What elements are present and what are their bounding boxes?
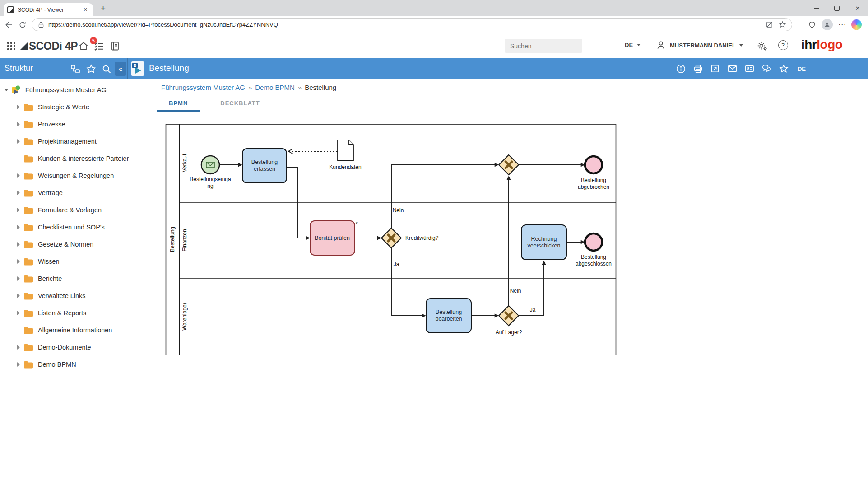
svg-text:bearbeiten: bearbeiten [435, 316, 462, 322]
tree-view-icon[interactable] [70, 64, 81, 75]
tree-root-label: Führungssystem Muster AG [25, 86, 107, 93]
expand-arrow-icon[interactable] [17, 105, 20, 109]
browser-right-icons: ⋯ [808, 19, 862, 30]
browser-essentials-icon[interactable] [808, 21, 816, 29]
tree-item[interactable]: Berichte [0, 270, 128, 287]
copilot-icon[interactable] [851, 19, 862, 30]
breadcrumb-separator: » [298, 84, 302, 91]
edge-label-ja: Ja [394, 261, 399, 267]
browser-tab[interactable]: SCODi 4P - Viewer ✕ [4, 3, 93, 16]
collapse-arrow-icon[interactable] [4, 89, 9, 91]
tab-close-icon[interactable]: ✕ [82, 6, 89, 14]
tree-root[interactable]: Führungssystem Muster AG [0, 81, 128, 98]
app-topbar: SCODi 4P 5 DE MUSTERMANN DANIEL [0, 33, 868, 58]
url-field[interactable]: https://demo.scodi.net/app/viewer/?id=Pr… [32, 18, 792, 31]
help-icon[interactable]: ? [778, 40, 788, 50]
scodi-logo-text: SCODi 4P [29, 40, 78, 52]
logbook-icon[interactable] [109, 40, 121, 52]
expand-arrow-icon[interactable] [17, 139, 20, 144]
task-bestellung-bearbeiten[interactable]: Bestellung bearbeiten [426, 299, 471, 333]
info-icon[interactable] [676, 64, 686, 74]
tree-item[interactable]: Gesetze & Normen [0, 236, 128, 253]
tab-bpmn[interactable]: BPMN [157, 96, 200, 112]
folder-icon [23, 275, 33, 283]
settings-gears-icon[interactable] [757, 40, 768, 52]
tree-item[interactable]: Listen & Reports [0, 304, 128, 322]
tree-item[interactable]: Weisungen & Regelungen [0, 167, 128, 184]
expand-arrow-icon[interactable] [17, 276, 20, 281]
data-object-kundendaten[interactable] [338, 140, 353, 160]
language-selector[interactable]: DE [625, 42, 641, 48]
expand-arrow-icon[interactable] [17, 259, 20, 264]
expand-arrow-icon[interactable] [17, 345, 20, 350]
home-icon[interactable] [78, 40, 89, 52]
expand-arrow-icon[interactable] [17, 294, 20, 298]
folder-icon [23, 137, 33, 145]
user-menu[interactable]: MUSTERMANN DANIEL [655, 40, 743, 51]
back-icon[interactable] [4, 19, 14, 30]
contact-card-icon[interactable] [744, 64, 755, 74]
print-icon[interactable] [693, 64, 703, 74]
structure-search-icon[interactable] [101, 64, 112, 75]
star-icon[interactable] [779, 64, 789, 74]
end-event-abgeschlossen[interactable] [585, 233, 602, 251]
site-info-lock-icon[interactable] [37, 21, 45, 28]
management-system-icon [11, 85, 21, 95]
document-language-badge[interactable]: DE [798, 65, 806, 72]
mail-icon[interactable] [727, 64, 738, 74]
reload-icon[interactable] [17, 19, 28, 30]
lane-label-warenlager: Warenlager [181, 303, 188, 331]
tree-item[interactable]: Kunden & interessierte Parteien [0, 150, 128, 167]
tree-item[interactable]: Formulare & Vorlagen [0, 201, 128, 219]
gateway-merge[interactable] [499, 155, 519, 175]
folder-icon [23, 326, 33, 334]
expand-arrow-icon[interactable] [17, 225, 20, 229]
document-tabs: BPMN DECKBLATT [157, 96, 272, 112]
tree-item[interactable]: Checklisten und SOP's [0, 219, 128, 236]
tree-item[interactable]: Demo BPMN [0, 356, 128, 373]
expand-arrow-icon[interactable] [17, 122, 20, 126]
expand-arrow-icon[interactable] [17, 191, 20, 195]
end-event-label: abgebrochen [578, 184, 609, 190]
tree-item[interactable]: Projektmanagement [0, 133, 128, 150]
tree-item[interactable]: Allgemeine Informationen [0, 322, 128, 339]
tree-item[interactable]: Wissen [0, 253, 128, 270]
task-rechnung-verschicken[interactable]: Rechnung veerschicken [521, 225, 566, 260]
tree-item[interactable]: Verwaltete Links [0, 287, 128, 304]
svg-text:erfassen: erfassen [254, 166, 275, 172]
sidebar-collapse-button[interactable]: « [115, 62, 126, 76]
gateway-auf-lager[interactable] [499, 306, 519, 326]
tree-item[interactable]: Strategie & Werte [0, 98, 128, 116]
window-maximize-button[interactable] [826, 0, 847, 16]
end-event-abgebrochen[interactable] [585, 156, 602, 173]
expand-arrow-icon[interactable] [17, 362, 20, 367]
tab-deckblatt[interactable]: DECKBLATT [208, 96, 272, 112]
task-bonitaet-pruefen[interactable]: Bonität prüfen [310, 221, 355, 255]
window-close-button[interactable]: ✕ [847, 0, 868, 16]
tree-item[interactable]: Verträge [0, 184, 128, 201]
expand-arrow-icon[interactable] [17, 208, 20, 212]
translate-disabled-icon[interactable] [766, 21, 773, 28]
favorites-icon[interactable] [86, 64, 97, 75]
start-event-bestellungseingang[interactable] [201, 156, 219, 174]
breadcrumb-link[interactable]: Führungssystem Muster AG [161, 84, 245, 91]
app-grid-icon[interactable] [7, 42, 15, 50]
task-bestellung-erfassen[interactable]: Bestellung erfassen [242, 149, 287, 183]
expand-arrow-icon[interactable] [17, 311, 20, 315]
app-searchbox[interactable] [505, 39, 582, 53]
expand-arrow-icon[interactable] [17, 173, 20, 178]
new-tab-button[interactable]: + [97, 2, 109, 14]
open-external-icon[interactable] [710, 64, 720, 74]
breadcrumb-link[interactable]: Demo BPMN [255, 84, 295, 91]
expand-arrow-icon[interactable] [17, 242, 20, 247]
scodi-logo[interactable]: SCODi 4P [20, 40, 78, 52]
chat-icon[interactable] [761, 64, 772, 74]
gateway-kreditwuerdig[interactable] [381, 228, 401, 248]
window-minimize-button[interactable] [806, 0, 826, 16]
browser-profile-avatar[interactable] [822, 19, 833, 30]
favorites-star-icon[interactable] [779, 21, 786, 28]
browser-menu-icon[interactable]: ⋯ [838, 21, 846, 28]
search-input[interactable] [509, 42, 593, 50]
tree-item[interactable]: Prozesse [0, 116, 128, 133]
tree-item[interactable]: Demo-Dokumente [0, 339, 128, 356]
